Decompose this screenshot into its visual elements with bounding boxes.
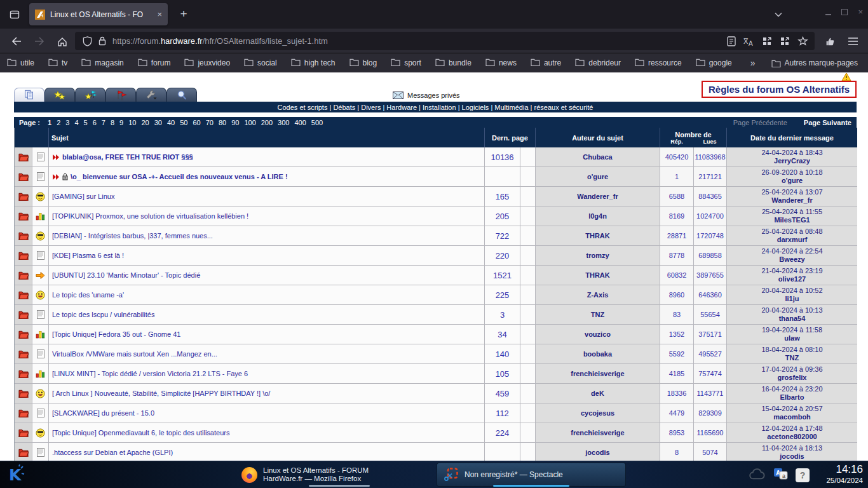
topic-author-link[interactable]: cycojesus: [581, 409, 614, 417]
tab-search[interactable]: [166, 88, 197, 102]
page-number-link[interactable]: 400: [294, 119, 306, 126]
window-close-icon[interactable]: ×: [858, 9, 863, 15]
last-message-author-link[interactable]: macomboh: [773, 413, 811, 421]
bookmarks-overflow-chevron-icon[interactable]: »: [742, 58, 764, 68]
topic-author-link[interactable]: jocodis: [585, 449, 610, 456]
page-number-link[interactable]: 10: [128, 119, 136, 126]
topic-title-link[interactable]: \o_ bienvenue sur OSA -+- Accueil des no…: [71, 173, 288, 180]
last-page-link[interactable]: 3: [500, 310, 505, 320]
last-page-link[interactable]: 224: [496, 428, 510, 438]
window-minimize-icon[interactable]: [825, 14, 831, 15]
page-number-link[interactable]: 2: [57, 119, 60, 126]
last-page-link[interactable]: 105: [496, 369, 510, 379]
topic-author-link[interactable]: deK: [591, 390, 604, 397]
forum-categories[interactable]: Codes et scripts | Débats | Divers | Har…: [278, 104, 593, 111]
bookmark-item[interactable]: forum: [131, 53, 178, 72]
last-page-link[interactable]: 220: [496, 251, 510, 261]
bookmark-item[interactable]: autre: [524, 53, 568, 72]
last-message-author-link[interactable]: grosfelix: [778, 374, 807, 382]
page-number-link[interactable]: 6: [93, 119, 97, 126]
bookmark-item[interactable]: tv: [41, 53, 74, 72]
topic-title-link[interactable]: [Topic Unique] Openmediavault 6, le topi…: [52, 429, 229, 437]
topic-author-link[interactable]: vouzico: [585, 330, 611, 338]
last-message-author-link[interactable]: olive127: [778, 275, 806, 283]
bookmark-item[interactable]: google: [689, 53, 739, 72]
last-message-author-link[interactable]: ulaw: [784, 334, 799, 342]
topic-author-link[interactable]: frenchieisverige: [571, 370, 624, 377]
cloud-tray-icon[interactable]: [748, 467, 766, 484]
extension-button[interactable]: [821, 33, 839, 50]
translate-icon[interactable]: X̅A: [743, 36, 754, 46]
topic-author-link[interactable]: THRAK: [585, 232, 610, 240]
private-messages-link[interactable]: Messages privés: [393, 92, 460, 99]
topic-author-link[interactable]: boobaka: [583, 350, 612, 358]
forward-button[interactable]: [31, 33, 48, 50]
last-message-author-link[interactable]: JerryCrazy: [774, 157, 810, 165]
topic-title-link[interactable]: [TOPIKUNIK] Proxmox, une solution de vir…: [52, 212, 248, 220]
kde-launcher-icon[interactable]: K: [6, 464, 25, 487]
last-message-author-link[interactable]: TNZ: [785, 354, 799, 362]
topic-title-link[interactable]: [GAMING] sur Linux: [52, 193, 114, 200]
bookmark-item[interactable]: magasin: [74, 53, 130, 72]
page-number-link[interactable]: 60: [193, 119, 200, 126]
last-page-link[interactable]: 459: [496, 389, 510, 398]
topic-title-link[interactable]: [KDE] Plasma 6 est là !: [52, 252, 124, 259]
topic-title-link[interactable]: [LINUX MINT] - Topic dédié / version Vic…: [52, 370, 248, 377]
page-number-link[interactable]: 7: [102, 119, 105, 126]
page-number-link[interactable]: 500: [311, 119, 323, 126]
topic-title-link[interactable]: VirtualBox /VMWare mais surtout Xen ...M…: [52, 350, 217, 358]
page-number-link[interactable]: 9: [119, 119, 123, 126]
page-number-link[interactable]: 300: [278, 119, 289, 126]
last-message-author-link[interactable]: Wanderer_fr: [771, 196, 812, 205]
new-tab-button[interactable]: +: [175, 6, 192, 22]
tab-flagged-red[interactable]: [105, 88, 136, 102]
topic-title-link[interactable]: .htaccess sur Debian et Apache (GLPI): [52, 449, 173, 456]
help-tray-icon[interactable]: ?: [796, 468, 810, 482]
page-number-link[interactable]: 4: [74, 119, 78, 126]
url-bar[interactable]: https://forum.hardware.fr/hfr/OSAlternat…: [75, 32, 815, 50]
topic-title-link[interactable]: blabla@osa, FREE TEH TRUE RIOT §§§: [62, 153, 193, 161]
last-message-author-link[interactable]: MilesTEG1: [774, 216, 810, 224]
last-page-link[interactable]: 165: [496, 192, 510, 201]
reader-mode-icon[interactable]: [727, 36, 736, 46]
tab-flagged-cyan[interactable]: [75, 88, 105, 102]
page-number-link[interactable]: 3: [65, 119, 69, 126]
page-number-link[interactable]: 200: [261, 119, 273, 126]
window-maximize-icon[interactable]: [841, 9, 848, 15]
last-message-author-link[interactable]: Elbarto: [780, 393, 804, 402]
page-number-link[interactable]: 70: [206, 119, 214, 126]
last-message-author-link[interactable]: Bweezy: [779, 255, 804, 264]
bookmark-item[interactable]: bundle: [428, 53, 478, 72]
topic-author-link[interactable]: l0g4n: [588, 212, 607, 220]
extension-grid-icon-2[interactable]: [780, 36, 790, 46]
last-message-author-link[interactable]: darxmurf: [777, 236, 808, 244]
last-message-author-link[interactable]: acetone802000: [767, 433, 817, 441]
page-next-link[interactable]: Page Suivante: [804, 119, 851, 126]
bookmark-star-icon[interactable]: [797, 36, 808, 46]
page-number-link[interactable]: 8: [111, 119, 114, 126]
taskbar-spectacle-window[interactable]: Non enregistré* — Spectacle: [437, 463, 625, 486]
tab-close-icon[interactable]: ×: [157, 10, 162, 19]
bookmark-item[interactable]: ressource: [628, 53, 689, 72]
page-number-link[interactable]: 40: [167, 119, 175, 126]
topic-author-link[interactable]: frenchieisverige: [571, 429, 624, 437]
topic-author-link[interactable]: THRAK: [585, 271, 610, 279]
topic-title-link[interactable]: [SLACKWARE] du présent - 15.0: [52, 409, 154, 417]
topic-title-link[interactable]: Le topic des 'uname -a': [52, 291, 124, 299]
keyboard-layout-icon[interactable]: Aa: [773, 467, 788, 484]
tab-tools[interactable]: [136, 88, 166, 102]
bookmark-item[interactable]: high tech: [284, 53, 342, 72]
last-page-link[interactable]: 10136: [491, 152, 513, 162]
hamburger-menu-icon[interactable]: [844, 33, 862, 50]
page-number-link[interactable]: 80: [219, 119, 226, 126]
page-number-link[interactable]: 30: [154, 119, 162, 126]
taskbar-firefox-window[interactable]: Linux et OS Alternatifs - FORUMHardWare.…: [241, 463, 418, 486]
last-page-link[interactable]: 112: [496, 409, 509, 418]
topic-author-link[interactable]: Z-Axis: [587, 291, 609, 299]
last-message-author-link[interactable]: thana54: [779, 315, 806, 323]
topic-title-link[interactable]: [DEBIAN] - Intégristes barbus, |337, fem…: [52, 232, 213, 240]
browser-tab[interactable]: Linux et OS Alternatifs - FO ×: [29, 3, 168, 25]
bookmark-item[interactable]: utile: [0, 53, 41, 72]
back-button[interactable]: [8, 33, 25, 50]
bookmark-item[interactable]: social: [237, 53, 284, 72]
